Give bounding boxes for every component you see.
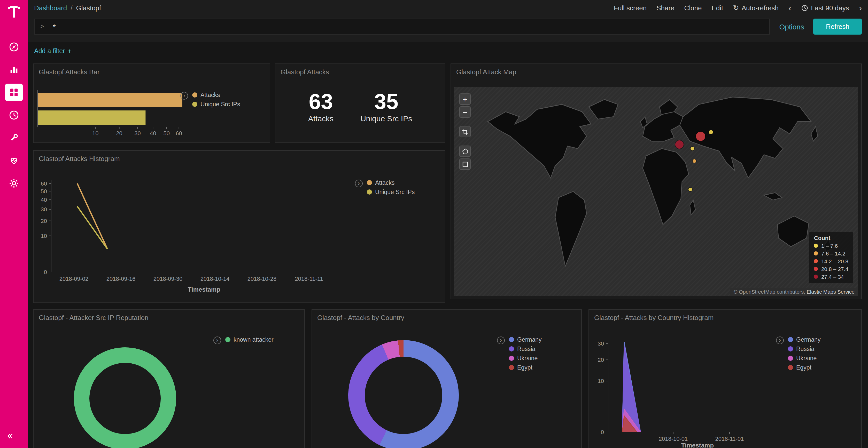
sidebar-item-dashboard[interactable]	[5, 83, 23, 101]
osm-attribution-link[interactable]: © OpenStreetMap contributors,	[734, 289, 805, 295]
map-legend-row: 20.8 – 27.4	[814, 266, 848, 272]
svg-text:40: 40	[150, 130, 156, 137]
chevron-left-icon[interactable]	[788, 3, 791, 12]
sidebar-item-management[interactable]	[5, 174, 23, 192]
clone-button[interactable]: Clone	[684, 4, 702, 12]
country-donut-chart[interactable]	[348, 340, 459, 448]
options-link[interactable]: Options	[779, 23, 804, 31]
auto-refresh-button[interactable]: Auto-refresh	[733, 4, 779, 12]
attack-dot[interactable]	[709, 130, 713, 134]
svg-text:60: 60	[41, 180, 47, 187]
sidebar-item-visualize[interactable]	[5, 61, 23, 78]
full-screen-button[interactable]: Full screen	[614, 4, 647, 12]
legend-color-dot	[192, 102, 197, 107]
sidebar-item-timelion[interactable]	[5, 106, 23, 124]
attack-dot[interactable]	[693, 160, 696, 163]
attack-dot[interactable]	[696, 132, 705, 141]
legend-color-dot	[192, 92, 197, 98]
legend-item-known-attacker[interactable]: known attacker	[225, 337, 274, 343]
attack-dot[interactable]	[690, 147, 694, 150]
legend-item-egypt[interactable]: Egypt	[788, 365, 821, 371]
legend-item-germany[interactable]: Germany	[788, 337, 821, 343]
legend-label: known attacker	[234, 337, 274, 343]
map-count-legend: Count 1 – 7.6 7.6 – 14.2 14.2 – 20.8 20.…	[809, 232, 853, 283]
panel-attacks-bar: Glastopf Attacks Bar 102030405060 Attack…	[33, 64, 270, 143]
reputation-donut-chart[interactable]	[74, 347, 176, 448]
legend-label: Germany	[796, 337, 821, 343]
top-navigation-bar: Dashboard/Glastopf Full screen Share Clo…	[28, 0, 868, 15]
query-prompt-icon: >_	[40, 23, 48, 30]
query-input[interactable]	[53, 23, 764, 31]
sidebar-nav	[5, 38, 23, 192]
auto-refresh-label: Auto-refresh	[742, 4, 779, 12]
visualize-icon	[9, 65, 19, 75]
ems-attribution-link[interactable]: Elastic Maps Service	[807, 289, 855, 295]
zoom-in-button[interactable]: +	[459, 94, 471, 105]
page: Dashboard/Glastopf Full screen Share Clo…	[0, 0, 868, 448]
legend-item-ukraine[interactable]: Ukraine	[788, 355, 821, 361]
legend-color-dot	[814, 267, 818, 271]
svg-text:2018-09-30: 2018-09-30	[153, 276, 183, 282]
legend-item-germany[interactable]: Germany	[509, 337, 542, 343]
legend-color-dot	[814, 244, 818, 248]
legend-toggle-icon[interactable]	[180, 92, 188, 100]
chevron-right-icon[interactable]	[859, 3, 862, 12]
fit-bounds-button[interactable]	[459, 126, 471, 137]
legend-color-dot	[788, 337, 793, 342]
map-legend-row: 7.6 – 14.2	[814, 250, 848, 256]
svg-text:60: 60	[176, 130, 182, 137]
svg-text:10: 10	[41, 233, 47, 239]
zoom-out-button[interactable]: −	[459, 106, 471, 118]
polygon-select-button[interactable]	[459, 145, 471, 157]
legend-item-russia[interactable]: Russia	[509, 346, 542, 352]
legend-toggle-icon[interactable]	[497, 337, 505, 344]
legend-toggle-icon[interactable]	[776, 337, 784, 344]
crop-icon	[462, 128, 468, 135]
sidebar-item-discover[interactable]	[5, 38, 23, 56]
svg-text:20: 20	[116, 130, 122, 137]
share-button[interactable]: Share	[656, 4, 674, 12]
legend-item-russia[interactable]: Russia	[788, 346, 821, 352]
legend-item-ukraine[interactable]: Ukraine	[509, 355, 542, 361]
svg-text:10: 10	[92, 130, 98, 137]
legend-item-egypt[interactable]: Egypt	[509, 365, 542, 371]
legend-color-dot	[509, 346, 514, 351]
query-input-container[interactable]: >_	[34, 19, 770, 35]
time-range-picker[interactable]: Last 90 days	[801, 4, 849, 12]
edit-button[interactable]: Edit	[712, 4, 723, 12]
polygon-icon	[462, 148, 468, 154]
legend-label: Russia	[517, 346, 535, 352]
legend-label: Germany	[517, 337, 542, 343]
rectangle-select-button[interactable]	[459, 159, 471, 170]
attack-dot[interactable]	[676, 140, 684, 149]
legend-item-unique-src-ips[interactable]: Unique Src IPs	[367, 189, 414, 195]
legend-item-attacks[interactable]: Attacks	[367, 180, 414, 186]
legend-color-dot	[225, 337, 230, 342]
add-filter-button[interactable]: Add a filter	[34, 47, 71, 55]
telekom-logo[interactable]	[7, 4, 21, 21]
legend-toggle-icon[interactable]	[355, 180, 363, 187]
world-map[interactable]: + − C	[454, 87, 858, 296]
svg-text:40: 40	[41, 197, 47, 203]
legend-item-attacks[interactable]: Attacks	[192, 92, 240, 98]
sidebar-item-monitoring[interactable]	[5, 152, 23, 169]
legend-toggle-icon[interactable]	[213, 337, 221, 344]
legend-color-dot	[788, 346, 793, 351]
legend-item-unique-src-ips[interactable]: Unique Src IPs	[192, 101, 240, 107]
attack-dot[interactable]	[689, 187, 692, 191]
legend-color-dot	[509, 356, 514, 361]
topbar-actions: Full screen Share Clone Edit Auto-refres…	[614, 3, 862, 12]
sidebar-item-dev-tools[interactable]	[5, 129, 23, 146]
timelion-icon	[9, 110, 19, 120]
legend-label: Egypt	[796, 365, 811, 371]
legend-color-dot	[814, 275, 818, 279]
svg-text:2018-11-11: 2018-11-11	[295, 276, 323, 282]
metric-unique-src-ips: 35 Unique Src IPs	[361, 91, 412, 123]
legend-label: Unique Src IPs	[375, 189, 414, 195]
legend-color-dot	[367, 180, 372, 185]
refresh-button[interactable]: Refresh	[813, 19, 862, 35]
breadcrumb-dashboard-link[interactable]: Dashboard	[34, 4, 67, 12]
sidebar-collapse-button[interactable]	[5, 432, 14, 443]
legend-range: 27.4 – 34	[821, 274, 844, 280]
svg-text:20: 20	[41, 218, 47, 224]
